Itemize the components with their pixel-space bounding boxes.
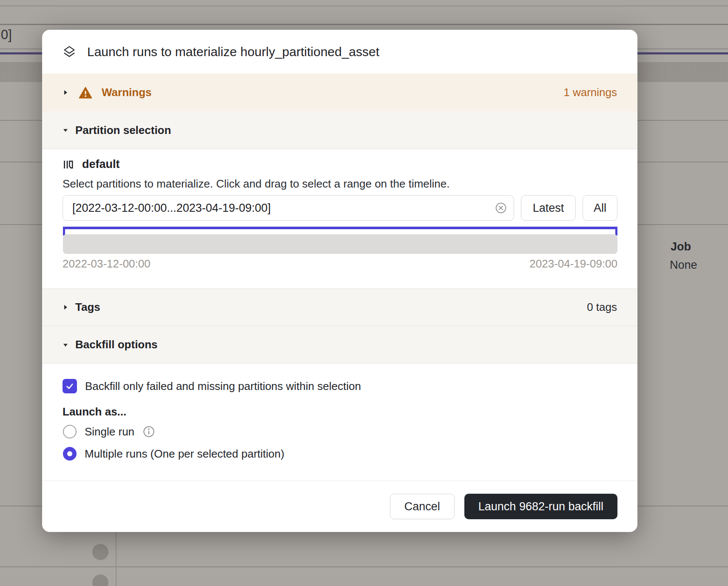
multiple-runs-radio[interactable]: Multiple runs (One per selected partitio… bbox=[63, 447, 284, 461]
background-row-divider bbox=[0, 6, 728, 6]
warnings-section-toggle[interactable]: Warnings 1 warnings bbox=[42, 74, 637, 111]
radio-selected-icon bbox=[63, 447, 77, 461]
launch-backfill-button[interactable]: Launch 9682-run backfill bbox=[464, 494, 617, 519]
background-row-divider bbox=[0, 566, 728, 567]
radio-unselected-icon bbox=[63, 425, 77, 438]
warnings-label: Warnings bbox=[102, 86, 151, 99]
all-button[interactable]: All bbox=[583, 195, 617, 221]
latest-button[interactable]: Latest bbox=[521, 195, 576, 221]
chevron-right-icon bbox=[63, 89, 68, 96]
launch-backfill-dialog: Launch runs to materialize hourly_partit… bbox=[42, 30, 637, 532]
tags-section-toggle[interactable]: Tags 0 tags bbox=[42, 288, 637, 326]
checkbox-checked-icon bbox=[63, 379, 77, 393]
warning-icon bbox=[79, 86, 92, 99]
background-text-fragment: 0] bbox=[1, 27, 12, 43]
dialog-footer: Cancel Launch 9682-run backfill bbox=[42, 481, 637, 532]
background-status-dot bbox=[92, 544, 108, 560]
timeline-track[interactable] bbox=[63, 234, 617, 254]
asset-layers-icon bbox=[63, 45, 76, 59]
screen: 0] Job None Launch runs to materialize h… bbox=[0, 0, 728, 586]
background-status-dot bbox=[92, 575, 108, 586]
chevron-down-icon bbox=[63, 342, 68, 348]
partition-selection-header: Partition selection bbox=[75, 124, 171, 137]
warnings-count: 1 warnings bbox=[563, 86, 617, 99]
partition-dimension-row: default bbox=[63, 158, 120, 171]
launch-as-label: Launch as... bbox=[63, 405, 126, 418]
partition-dimension-name: default bbox=[82, 158, 120, 171]
timeline-start-label: 2022-03-12-00:00 bbox=[63, 257, 151, 270]
backfill-options-toggle[interactable]: Backfill options bbox=[42, 326, 637, 364]
partition-selection-body: default Select partitions to materialize… bbox=[42, 149, 637, 288]
backfill-options-body: Backfill only failed and missing partiti… bbox=[42, 364, 637, 481]
backfill-only-failed-checkbox[interactable]: Backfill only failed and missing partiti… bbox=[63, 379, 361, 393]
multiple-runs-label: Multiple runs (One per selected partitio… bbox=[85, 447, 284, 461]
timeline-selection-bar[interactable] bbox=[63, 227, 617, 229]
partition-range-field bbox=[63, 195, 514, 221]
timeline-end-label: 2023-04-19-09:00 bbox=[529, 257, 617, 270]
chevron-right-icon bbox=[63, 304, 68, 310]
clear-selection-button[interactable] bbox=[495, 202, 507, 214]
info-icon[interactable] bbox=[143, 426, 155, 438]
tags-header: Tags bbox=[75, 301, 100, 314]
background-job-column-value: None bbox=[670, 259, 697, 272]
dialog-header: Launch runs to materialize hourly_partit… bbox=[42, 30, 637, 74]
background-row-divider bbox=[0, 24, 728, 25]
partition-selection-toggle[interactable]: Partition selection bbox=[42, 111, 637, 149]
chevron-down-icon bbox=[63, 127, 68, 133]
background-column-divider bbox=[116, 532, 117, 586]
dialog-title: Launch runs to materialize hourly_partit… bbox=[87, 45, 379, 59]
single-run-radio[interactable]: Single run bbox=[63, 425, 155, 438]
backfill-only-failed-label: Backfill only failed and missing partiti… bbox=[85, 380, 361, 393]
tags-count: 0 tags bbox=[587, 301, 617, 314]
clear-icon bbox=[495, 202, 507, 214]
partition-instructions: Select partitions to materialize. Click … bbox=[63, 177, 449, 191]
partition-range-input[interactable] bbox=[63, 195, 514, 221]
backfill-options-header: Backfill options bbox=[75, 338, 158, 351]
single-run-label: Single run bbox=[85, 425, 134, 438]
partition-icon bbox=[63, 159, 74, 171]
background-job-column-header: Job bbox=[671, 240, 691, 253]
cancel-button[interactable]: Cancel bbox=[390, 494, 455, 519]
